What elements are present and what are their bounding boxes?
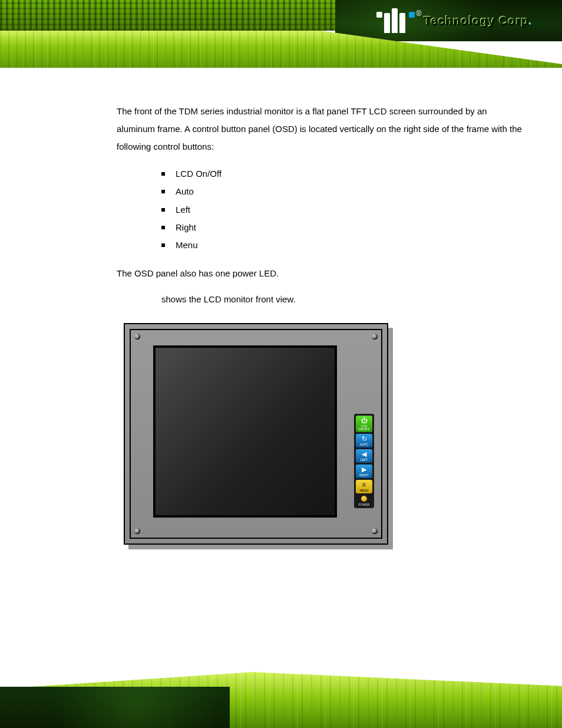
mount-hole-icon	[134, 334, 140, 340]
brand-suffix: .	[529, 14, 533, 27]
footer-banner	[0, 672, 562, 728]
brand-name: Technology Corp.	[424, 9, 533, 32]
power-led-icon	[361, 496, 367, 502]
list-item: Auto	[176, 183, 524, 200]
mount-hole-icon	[372, 528, 378, 534]
list-item: Left	[176, 201, 524, 219]
osd-button-panel: ⏻ LCD ON/OFF ↻ AUTO ◀ LEFT ▶ RIGHT ≡ MEN…	[354, 414, 374, 508]
osd-right-button[interactable]: ▶ RIGHT	[356, 465, 372, 478]
left-arrow-icon: ◀	[356, 449, 372, 459]
brand-block: ® Technology Corp.	[335, 0, 562, 41]
intro-paragraph: The front of the TDM series industrial m…	[117, 103, 524, 156]
power-led-label: POWER	[354, 502, 374, 508]
header-banner: ® Technology Corp.	[0, 0, 562, 68]
osd-button-label: LEFT	[361, 458, 368, 462]
led-paragraph: The OSD panel also has one power LED.	[117, 265, 524, 282]
osd-auto-button[interactable]: ↻ AUTO	[356, 434, 372, 447]
list-item: LCD On/Off	[176, 165, 524, 183]
osd-button-label: LCD ON/OFF	[359, 424, 370, 431]
brand-name-text: Technology Corp	[424, 14, 529, 27]
page-content: The front of the TDM series industrial m…	[117, 103, 524, 317]
footer-pcb-texture	[0, 687, 230, 728]
osd-lcd-onoff-button[interactable]: ⏻ LCD ON/OFF	[356, 416, 372, 432]
osd-menu-button[interactable]: ≡ MENU	[356, 480, 372, 493]
brand-logo-icon	[376, 8, 415, 33]
osd-left-button[interactable]: ◀ LEFT	[356, 449, 372, 463]
monitor-screen	[153, 345, 337, 518]
mount-hole-icon	[134, 528, 140, 534]
mount-hole-icon	[372, 334, 378, 340]
osd-button-label: RIGHT	[359, 473, 369, 477]
menu-icon: ≡	[356, 480, 372, 489]
power-icon: ⏻	[356, 416, 372, 425]
list-item: Right	[176, 219, 524, 236]
osd-button-label: AUTO	[360, 443, 368, 446]
monitor-front-view-figure: ⏻ LCD ON/OFF ↻ AUTO ◀ LEFT ▶ RIGHT ≡ MEN…	[124, 323, 398, 559]
list-item: Menu	[176, 236, 524, 254]
figure-reference-sentence: shows the LCD monitor front view.	[117, 291, 524, 308]
control-button-list: LCD On/Off Auto Left Right Menu	[117, 165, 524, 254]
monitor-bezel-outer: ⏻ LCD ON/OFF ↻ AUTO ◀ LEFT ▶ RIGHT ≡ MEN…	[124, 323, 388, 545]
refresh-icon: ↻	[356, 434, 372, 443]
brand-registered: ®	[416, 0, 422, 21]
header-pcb-texture	[0, 0, 339, 31]
right-arrow-icon: ▶	[356, 465, 372, 474]
osd-button-label: MENU	[360, 489, 369, 492]
